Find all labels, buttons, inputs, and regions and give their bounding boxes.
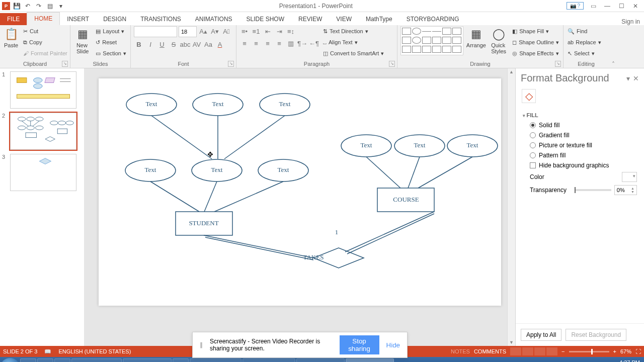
- reading-view-icon[interactable]: [534, 347, 545, 355]
- taskbar-word[interactable]: W Document1 ...: [190, 358, 242, 362]
- drawing-launcher[interactable]: ↘: [555, 61, 561, 67]
- columns-icon[interactable]: ▥: [286, 38, 296, 48]
- hide-bg-checkbox[interactable]: Hide background graphics: [523, 160, 637, 170]
- arrange-button[interactable]: ▦Arrange: [466, 26, 486, 48]
- zoom-slider[interactable]: [569, 351, 609, 352]
- tab-storyboarding[interactable]: STORYBOARDING: [399, 13, 466, 25]
- start-slideshow-icon[interactable]: ▤: [45, 2, 54, 11]
- decrease-font-icon[interactable]: A▾: [210, 26, 220, 36]
- undo-icon[interactable]: ↶: [23, 2, 32, 11]
- close-icon[interactable]: ✕: [629, 1, 642, 11]
- font-family-select[interactable]: [134, 26, 177, 37]
- font-launcher[interactable]: ↘: [228, 61, 234, 67]
- tab-file[interactable]: FILE: [0, 13, 27, 25]
- shape-outline-button[interactable]: ◻Shape Outline▾: [511, 37, 560, 47]
- zoom-out-icon[interactable]: −: [561, 348, 565, 354]
- pane-close-icon[interactable]: ✕: [633, 74, 639, 82]
- minimize-icon[interactable]: —: [601, 1, 614, 11]
- picture-fill-radio[interactable]: Picture or texture fill: [523, 140, 637, 150]
- pattern-fill-radio[interactable]: Pattern fill: [523, 150, 637, 160]
- align-left-icon[interactable]: ≡: [239, 38, 250, 48]
- case-icon[interactable]: Aa: [203, 39, 213, 49]
- convert-smartart-button[interactable]: ◫Convert to SmartArt▾: [322, 48, 385, 58]
- tab-transitions[interactable]: TRANSITIONS: [133, 13, 188, 25]
- zoom-level[interactable]: 67%: [620, 348, 631, 354]
- fill-section-header[interactable]: FILL: [523, 110, 637, 120]
- cut-button[interactable]: ✂Cut: [22, 26, 68, 36]
- gradient-fill-radio[interactable]: Gradient fill: [523, 130, 637, 140]
- stop-sharing-button[interactable]: Stop sharing: [340, 335, 379, 354]
- tab-home[interactable]: HOME: [27, 12, 60, 25]
- italic-icon[interactable]: I: [145, 39, 155, 49]
- rtl-icon[interactable]: ←¶: [309, 38, 319, 48]
- hide-banner-button[interactable]: Hide: [386, 341, 400, 349]
- clipboard-launcher[interactable]: ↘: [62, 61, 68, 67]
- fit-window-icon[interactable]: ⛶: [635, 348, 641, 354]
- taskbar-folder[interactable]: 📁: [54, 358, 70, 362]
- taskbar-image[interactable]: 🖼 New ER Diag...: [243, 358, 295, 362]
- taskbar-ie[interactable]: 🌐: [37, 358, 53, 362]
- fill-bucket-icon[interactable]: ◇: [522, 89, 536, 103]
- font-color-icon[interactable]: A: [215, 39, 225, 49]
- slideshow-view-icon[interactable]: [546, 347, 557, 355]
- tab-mathtype[interactable]: MathType: [359, 13, 399, 25]
- shape-gallery[interactable]: [400, 26, 463, 55]
- align-center-icon[interactable]: ≡: [251, 38, 261, 48]
- canvas[interactable]: ✥ Text Text Text Text Text Text STUDEN: [85, 68, 515, 346]
- reset-button[interactable]: ↺Reset: [95, 37, 127, 47]
- numbering-icon[interactable]: ≡1: [251, 26, 261, 36]
- replace-button[interactable]: abReplace▾: [567, 37, 602, 47]
- taskbar-ppt-1[interactable]: P Presentatio...: [296, 358, 345, 362]
- quick-styles-button[interactable]: ◯Quick Styles: [489, 26, 508, 54]
- normal-view-icon[interactable]: [510, 347, 521, 355]
- vertical-scrollbar[interactable]: [507, 68, 515, 346]
- ltr-icon[interactable]: ¶→: [297, 38, 307, 48]
- slide-count[interactable]: SLIDE 2 OF 3: [3, 348, 37, 354]
- strike-icon[interactable]: S: [169, 39, 179, 49]
- tab-view[interactable]: VIEW: [329, 13, 359, 25]
- taskbar-ppt-2[interactable]: P Presentatio...: [346, 358, 394, 362]
- save-icon[interactable]: 💾: [12, 2, 21, 11]
- solid-fill-radio[interactable]: Solid fill: [523, 120, 637, 130]
- paragraph-launcher[interactable]: ↘: [389, 61, 395, 67]
- collapse-ribbon-icon[interactable]: ˄: [609, 25, 618, 68]
- underline-icon[interactable]: U: [157, 39, 167, 49]
- tab-design[interactable]: DESIGN: [96, 13, 133, 25]
- help-button[interactable]: 📷 ?: [567, 2, 584, 10]
- text-direction-button[interactable]: ⇅Text Direction▾: [322, 26, 385, 36]
- shadow-icon[interactable]: abc: [180, 39, 190, 49]
- spacing-icon[interactable]: AV: [192, 39, 202, 49]
- spellcheck-icon[interactable]: 📖: [44, 348, 51, 355]
- decrease-indent-icon[interactable]: ⇤: [263, 26, 273, 36]
- shape-effects-button[interactable]: ◎Shape Effects▾: [511, 48, 560, 58]
- bullets-icon[interactable]: ≡•: [239, 26, 250, 36]
- clear-format-icon[interactable]: A⃠: [221, 26, 231, 36]
- qat-more-icon[interactable]: ▾: [56, 2, 65, 11]
- taskbar-explorer[interactable]: ▣: [20, 358, 36, 362]
- select-button[interactable]: ↖Select▾: [567, 48, 602, 58]
- maximize-icon[interactable]: ☐: [615, 1, 628, 11]
- taskbar-chrome-1[interactable]: ◉ (1) YouTube ...: [71, 358, 122, 362]
- tab-insert[interactable]: INSERT: [60, 13, 96, 25]
- transparency-spinbox[interactable]: 0%▲▼: [614, 185, 637, 195]
- layout-button[interactable]: ▤Layout▾: [95, 26, 127, 36]
- fill-color-picker[interactable]: [622, 172, 637, 182]
- notes-button[interactable]: NOTES: [451, 348, 470, 354]
- justify-icon[interactable]: ≡: [274, 38, 284, 48]
- start-button[interactable]: ⊞: [1, 358, 19, 362]
- apply-all-button[interactable]: Apply to All: [521, 329, 561, 341]
- thumbnail-2[interactable]: [10, 113, 76, 150]
- tab-animations[interactable]: ANIMATIONS: [188, 13, 239, 25]
- format-painter-button[interactable]: 🖌Format Painter: [22, 48, 68, 58]
- paste-button[interactable]: 📋Paste: [3, 26, 19, 48]
- increase-font-icon[interactable]: A▴: [198, 26, 208, 36]
- sign-in-link[interactable]: Sign in: [621, 18, 644, 25]
- bold-icon[interactable]: B: [134, 39, 144, 49]
- tray-clock[interactable]: 4:27 PM8/23/2020: [615, 359, 640, 362]
- section-button[interactable]: ▭Section▾: [95, 48, 127, 58]
- shape-fill-button[interactable]: ◧Shape Fill▾: [511, 26, 560, 36]
- reset-background-button[interactable]: Reset Background: [566, 329, 626, 341]
- redo-icon[interactable]: ↷: [34, 2, 43, 11]
- tab-review[interactable]: REVIEW: [291, 13, 329, 25]
- ribbon-options-icon[interactable]: ▭: [587, 1, 600, 11]
